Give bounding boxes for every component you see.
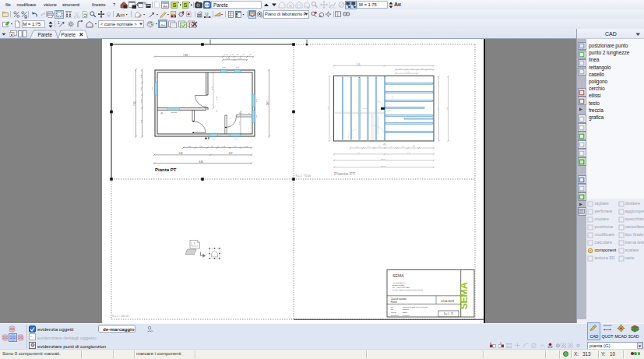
svg-text:: Nozioni di base per lo svil: : Nozioni di base per lo svil.app [402,306,428,308]
svg-text:4.17: 4.17 [357,152,361,154]
svg-text:1.10.08: 1.10.08 [171,111,177,113]
svg-text:Pianta PT: Pianta PT [334,171,356,176]
svg-text:12.30: 12.30 [381,165,386,167]
svg-text:7.65: 7.65 [133,101,136,106]
svg-text:%: % [143,2,146,5]
svg-text:Pianta PT: Pianta PT [155,167,177,172]
svg-text:1: 1 [58,20,60,25]
svg-text:U: U [206,12,209,16]
svg-text:Parete: Parete [62,32,76,37]
svg-text:12.04.2023: 12.04.2023 [441,300,454,303]
svg-text:Casa di vacanza: Casa di vacanza [391,297,406,301]
svg-text:5.49: 5.49 [356,63,361,66]
svg-text:1.06: 1.06 [222,66,226,69]
svg-text:1.46: 1.46 [255,114,258,118]
svg-text:4.57: 4.57 [228,152,233,155]
svg-text:Parete: Parete [38,32,53,37]
svg-text:SEMA: SEMA [392,273,404,278]
svg-text:: Natura: : Natura [402,308,409,311]
svg-text:9.62: 9.62 [178,152,183,155]
svg-text:A: A [116,12,121,19]
svg-text:1.06: 1.06 [212,138,216,140]
svg-text:5.49: 5.49 [327,106,329,110]
svg-text:1.01: 1.01 [151,86,153,90]
svg-text:E-Mail: gabriele.sema@sema-sof: E-Mail: gabriele.sema@sema-soft.de [392,289,424,291]
svg-text:7.49: 7.49 [183,54,188,57]
svg-text:S: S [173,2,177,9]
svg-text:2.02: 2.02 [255,98,258,102]
svg-text:P/t: P/t [391,306,393,308]
svg-text:cliente: cliente [391,311,397,314]
svg-text:SEMA: SEMA [459,282,470,309]
svg-text:5.07: 5.07 [266,100,269,105]
svg-text:S = 1 : 75.00: S = 1 : 75.00 [296,174,311,178]
svg-text:operatore: operatore [391,315,399,317]
svg-text:11.98: 11.98 [381,158,385,160]
svg-text:S = 1 : 75: S = 1 : 75 [444,312,453,315]
svg-text:3.97: 3.97 [437,107,439,111]
svg-text:soft: soft [466,311,468,314]
svg-text:1.76: 1.76 [236,66,240,69]
svg-text:S: S [184,2,188,9]
svg-text:S = 1 : 100.00: S = 1 : 100.00 [112,315,128,318]
svg-text:9.80: 9.80 [199,160,203,164]
svg-text:4.10.08: 4.10.08 [361,107,368,109]
svg-text:1.46: 1.46 [234,138,238,140]
svg-text:: Gabriele: : Gabriele [402,315,410,317]
svg-text:7.14: 7.14 [407,152,411,154]
svg-text:A: A [208,137,209,140]
svg-text:2.77: 2.77 [211,86,213,90]
svg-text:Parete: Parete [391,301,397,304]
svg-text:5.49: 5.49 [446,107,449,111]
svg-text:: SEMA: : SEMA [402,311,409,314]
